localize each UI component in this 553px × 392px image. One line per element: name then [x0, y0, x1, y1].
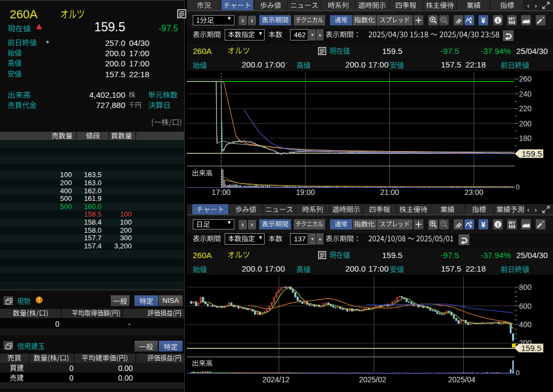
svg-text:220: 220	[519, 104, 532, 113]
svg-text:23:00: 23:00	[464, 188, 483, 197]
svg-text:800: 800	[519, 283, 532, 292]
svg-text:180: 180	[519, 134, 532, 143]
svg-text:2025/02: 2025/02	[359, 375, 387, 384]
svg-text:0: 0	[516, 369, 520, 377]
svg-text:MY: MY	[509, 16, 516, 21]
svg-text:600: 600	[519, 302, 532, 310]
svg-text:¥: ¥	[481, 16, 485, 25]
svg-text:200: 200	[519, 119, 532, 128]
svg-text:260: 260	[519, 75, 532, 83]
svg-text:159.5: 159.5	[522, 149, 542, 158]
svg-text:2024/12: 2024/12	[262, 375, 290, 384]
svg-text:19:00: 19:00	[296, 188, 315, 197]
svg-text:¥: ¥	[481, 220, 485, 229]
svg-text:159.5: 159.5	[521, 343, 542, 353]
svg-text:240: 240	[519, 90, 532, 98]
svg-text:MY: MY	[509, 220, 516, 225]
svg-text:17:00: 17:00	[212, 188, 231, 197]
svg-text:i: i	[497, 17, 498, 24]
svg-text:400: 400	[519, 320, 532, 329]
svg-text:21:00: 21:00	[380, 188, 399, 197]
svg-text:0: 0	[516, 183, 520, 191]
svg-text:i: i	[497, 221, 498, 228]
svg-text:2025/04: 2025/04	[448, 375, 476, 384]
